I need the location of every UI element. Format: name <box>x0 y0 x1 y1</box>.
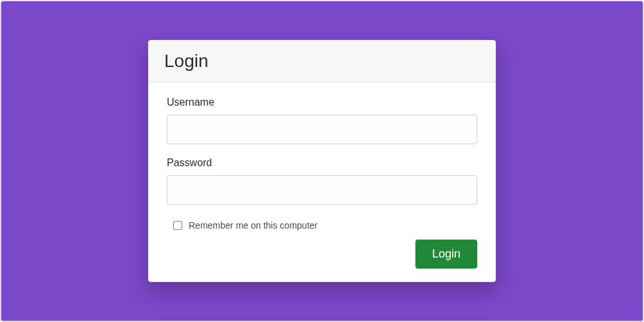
card-header: Login <box>149 41 495 82</box>
password-group: Password <box>167 157 477 205</box>
card-body: Username Password Remember me on this co… <box>149 82 495 281</box>
login-card: Login Username Password Remember me on t… <box>148 40 496 282</box>
username-input[interactable] <box>167 115 477 144</box>
page-background: Login Username Password Remember me on t… <box>1 1 643 321</box>
login-button[interactable]: Login <box>415 240 477 269</box>
page-title: Login <box>164 51 480 71</box>
username-label: Username <box>167 97 477 108</box>
remember-row: Remember me on this computer <box>167 218 477 240</box>
password-label: Password <box>167 157 477 169</box>
button-row: Login <box>167 240 477 269</box>
username-group: Username <box>167 97 477 144</box>
remember-checkbox[interactable] <box>173 221 182 230</box>
remember-label: Remember me on this computer <box>189 220 317 231</box>
password-input[interactable] <box>167 175 477 205</box>
